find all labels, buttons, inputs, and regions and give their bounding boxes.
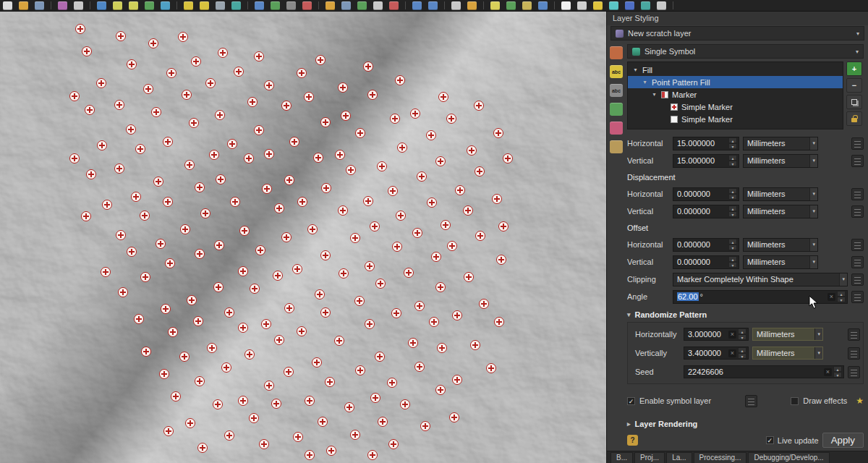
spin-arrows[interactable]: ▴▾ (728, 256, 737, 268)
delete-feature-icon[interactable] (389, 1, 399, 10)
unit-combobox[interactable]: Millimeters▾ (743, 154, 818, 168)
spin-arrows[interactable]: ▴▾ (728, 205, 737, 217)
labels-tab-icon[interactable]: abc (610, 65, 623, 78)
redo-icon[interactable] (428, 1, 438, 10)
help-button[interactable]: ? (627, 435, 638, 446)
style-manager-icon[interactable] (58, 1, 67, 10)
vertical-spinbox[interactable]: 0.000000▴▾ (673, 205, 739, 218)
panel-tab-3[interactable]: Processing... (694, 452, 747, 463)
labeling-icon[interactable] (490, 1, 500, 10)
project-open-icon[interactable] (19, 1, 28, 10)
unit-combobox[interactable]: Millimeters▾ (752, 347, 823, 360)
new-scratch-layer-icon[interactable] (302, 1, 312, 10)
python-console-icon[interactable] (641, 1, 650, 10)
horizontal-spinbox[interactable]: 0.000000▴▾ (673, 187, 739, 201)
pointer-icon[interactable] (561, 1, 571, 10)
effects-customize-icon[interactable]: ★ (856, 396, 864, 406)
remove-symbol-layer-button[interactable]: − (846, 78, 862, 93)
zoom-in-icon[interactable] (113, 1, 122, 10)
vertical-spinbox[interactable]: 0.000000▴▾ (673, 255, 739, 269)
undo-icon[interactable] (412, 1, 422, 10)
data-defined-override-button[interactable] (851, 137, 864, 150)
plugins-icon[interactable] (657, 1, 666, 10)
measure-icon[interactable] (231, 1, 241, 10)
live-update-checkbox[interactable]: ✓ (766, 436, 774, 444)
draw-effects-checkbox[interactable] (791, 397, 799, 405)
add-symbol-layer-button[interactable]: + (846, 61, 862, 76)
diagrams-tab-icon[interactable] (610, 122, 623, 135)
map-tips-icon[interactable] (522, 1, 532, 10)
spin-arrows[interactable]: ▴▾ (728, 155, 737, 166)
tree-expander-icon[interactable]: ▾ (632, 67, 639, 73)
layer-rendering-header[interactable]: ▸ Layer Rendering (627, 420, 864, 428)
data-defined-override-button[interactable] (851, 273, 864, 286)
diagram-icon[interactable] (506, 1, 516, 10)
horizontally-spinbox[interactable]: 3.000000×▴▾ (684, 328, 749, 341)
clear-value-icon[interactable]: × (827, 293, 835, 301)
symbology-tab-icon[interactable] (610, 46, 623, 59)
add-vector-layer-icon[interactable] (271, 1, 280, 10)
open-attribute-table-icon[interactable] (216, 1, 225, 10)
add-feature-icon[interactable] (357, 1, 367, 10)
data-defined-override-button[interactable] (851, 205, 864, 218)
pan-map-icon[interactable] (97, 1, 106, 10)
horizontal-spinbox[interactable]: 0.000000▴▾ (673, 238, 739, 252)
symbol-type-selector[interactable]: Single Symbol ▾ (627, 44, 864, 59)
data-defined-override-button[interactable] (848, 366, 860, 378)
select-features-icon[interactable] (184, 1, 193, 10)
project-save-icon[interactable] (35, 1, 44, 10)
data-defined-override-button[interactable] (848, 328, 860, 341)
print-layout-icon[interactable] (74, 1, 83, 10)
annotation-icon[interactable] (577, 1, 587, 10)
seed-spinbox[interactable]: 22426606×▴▾ (684, 365, 844, 378)
data-defined-override-button[interactable] (851, 239, 864, 251)
spin-arrows[interactable]: ▴▾ (728, 137, 737, 149)
clear-value-icon[interactable]: × (728, 331, 736, 339)
unit-combobox[interactable]: Millimeters▾ (743, 137, 818, 150)
panel-tab-0[interactable]: B... (610, 452, 633, 463)
angle-spinbox[interactable]: 62.00°×▴▾ (673, 290, 848, 304)
vertex-tool-icon[interactable] (373, 1, 383, 10)
clear-value-icon[interactable]: × (728, 349, 736, 357)
data-defined-override-button[interactable] (745, 395, 757, 407)
deselect-features-icon[interactable] (200, 1, 209, 10)
horizontal-spinbox[interactable]: 15.000000▴▾ (673, 137, 739, 150)
tree-expander-icon[interactable]: ▾ (651, 91, 658, 98)
spin-arrows[interactable]: ▴▾ (837, 291, 846, 302)
paste-features-icon[interactable] (467, 1, 477, 10)
add-raster-layer-icon[interactable] (286, 1, 296, 10)
data-defined-override-button[interactable] (851, 188, 864, 200)
processing-toolbox-icon[interactable] (625, 1, 634, 10)
randomize-pattern-header[interactable]: ▾ Randomize Pattern (627, 307, 864, 322)
apply-button[interactable]: Apply (822, 433, 864, 448)
data-source-manager-icon[interactable] (255, 1, 264, 10)
history-tab-icon[interactable] (610, 140, 623, 153)
spin-arrows[interactable]: ▴▾ (738, 328, 746, 340)
spin-arrows[interactable]: ▴▾ (833, 366, 842, 378)
panel-tab-4[interactable]: Debugging/Develop... (748, 452, 829, 463)
favorites-icon[interactable] (593, 1, 603, 10)
enable-symbol-layer-checkbox[interactable]: ✓ (627, 397, 635, 405)
unit-combobox[interactable]: Millimeters▾ (743, 205, 818, 218)
symbol-node-marker-2[interactable]: ▾Marker (628, 88, 843, 101)
tree-expander-icon[interactable]: ▾ (642, 79, 648, 85)
panel-tab-1[interactable]: Proj... (634, 452, 665, 463)
zoom-out-icon[interactable] (129, 1, 138, 10)
zoom-full-icon[interactable] (145, 1, 154, 10)
symbol-node-simple-marker-4[interactable]: Simple Marker (628, 113, 843, 125)
spin-arrows[interactable]: ▴▾ (728, 188, 737, 200)
data-defined-override-button[interactable] (851, 155, 864, 167)
bookmark-icon[interactable] (538, 1, 548, 10)
temporal-control-icon[interactable] (609, 1, 618, 10)
copy-features-icon[interactable] (451, 1, 461, 10)
vertically-spinbox[interactable]: 3.400000×▴▾ (684, 347, 749, 360)
clear-value-icon[interactable]: × (824, 368, 832, 376)
spin-arrows[interactable]: ▴▾ (728, 239, 737, 250)
save-edits-icon[interactable] (341, 1, 351, 10)
duplicate-symbol-layer-button[interactable] (846, 95, 862, 109)
3d-view-tab-icon[interactable] (610, 103, 623, 116)
clipping-combobox[interactable]: Marker Completely Within Shape▾ (673, 273, 848, 286)
unit-combobox[interactable]: Millimeters▾ (743, 255, 818, 269)
layer-selector[interactable]: New scratch layer ▾ (610, 26, 864, 41)
map-canvas[interactable] (0, 12, 606, 463)
